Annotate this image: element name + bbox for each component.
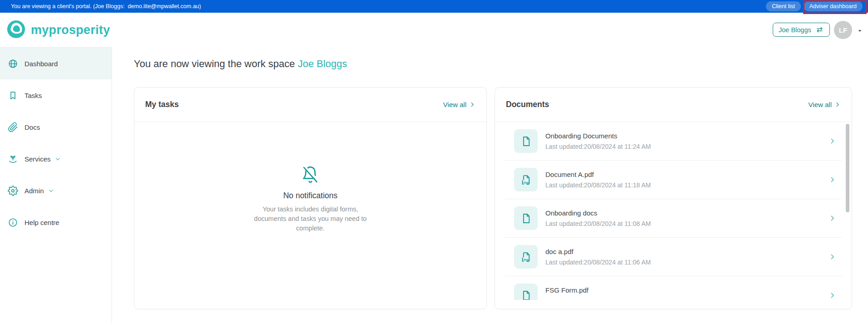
globe-icon — [8, 59, 18, 69]
document-icon — [514, 206, 538, 230]
bell-off-icon — [301, 166, 319, 184]
chevron-down-icon — [48, 187, 54, 194]
document-name: FSG Form.pdf — [545, 286, 588, 294]
pdf-icon — [514, 168, 538, 191]
sidebar-item-label: Dashboard — [25, 60, 58, 68]
info-icon — [8, 217, 18, 228]
sidebar-item[interactable]: Services — [0, 143, 112, 175]
sidebar-item[interactable]: Help centre — [0, 206, 112, 238]
chevron-right-icon — [469, 101, 476, 108]
chevron-right-icon — [834, 101, 841, 108]
paperclip-icon — [8, 122, 18, 132]
chevron-right-icon — [828, 137, 836, 145]
workspace-switcher-button[interactable]: Joe Bloggs — [773, 23, 830, 37]
document-last-updated: Last updated:20/08/2024 at 11:06 AM — [545, 259, 651, 266]
chevron-right-icon — [828, 214, 836, 222]
document-row-texts: doc a.pdf Last updated:20/08/2024 at 11:… — [545, 248, 651, 266]
impersonation-bar: You are viewing a client's portal. (Joe … — [0, 0, 868, 13]
sidebar-item[interactable]: Tasks — [0, 79, 112, 111]
impersonation-message: You are viewing a client's portal. (Joe … — [11, 0, 201, 13]
page-title: You are now viewing the work space Joe B… — [134, 58, 347, 70]
sidebar-item-label: Help centre — [25, 219, 59, 226]
chevron-right-icon — [828, 176, 836, 184]
empty-state-description: Your tasks includes digital forms, docum… — [251, 205, 370, 233]
chevron-right-icon — [828, 291, 836, 299]
empty-state-title: No notifications — [134, 191, 486, 201]
document-last-updated: Last updated:20/08/2024 at 11:24 AM — [545, 143, 651, 151]
view-all-label: View all — [809, 101, 832, 108]
chevron-right-icon — [828, 253, 836, 261]
profile-caret-down-icon[interactable] — [857, 28, 863, 36]
page-title-text: You are now viewing the work space — [134, 58, 298, 69]
workspace-name-link[interactable]: Joe Bloggs — [298, 58, 347, 69]
adviser-dashboard-button[interactable]: Adviser dashboard — [804, 1, 863, 11]
document-row[interactable]: Onboarding Documents Last updated:20/08/… — [505, 122, 842, 161]
app-header: myprosperity Joe Bloggs LF — [0, 13, 868, 47]
gear-icon — [8, 186, 18, 196]
sprout-icon — [8, 154, 18, 164]
brand-logo[interactable]: myprosperity — [7, 20, 110, 40]
document-last-updated: Last updated:20/08/2024 at 11:18 AM — [545, 181, 651, 189]
brand-name: myprosperity — [31, 23, 110, 37]
sidebar-item[interactable]: Dashboard — [0, 48, 112, 79]
bookmark-icon — [8, 90, 18, 101]
document-name: Onboarding Documents — [545, 132, 651, 140]
my-tasks-card-header: My tasks View all — [134, 88, 486, 122]
document-row-texts: Onboarding Documents Last updated:20/08/… — [545, 132, 651, 151]
document-row-texts: Document A.pdf Last updated:20/08/2024 a… — [545, 171, 651, 189]
sidebar-item-label: Docs — [25, 123, 40, 131]
sidebar-item-label: Services — [25, 155, 51, 163]
document-last-updated: Last updated:20/08/2024 at 11:08 AM — [545, 220, 651, 228]
document-row[interactable]: FSG Form.pdf — [505, 276, 842, 300]
my-tasks-title: My tasks — [145, 100, 179, 109]
avatar[interactable]: LF — [834, 21, 852, 39]
chevron-down-icon — [54, 156, 61, 162]
documents-scrollbar-thumb[interactable] — [846, 124, 849, 212]
document-name: doc a.pdf — [545, 248, 651, 255]
documents-card: Documents View all Onboarding Documents … — [495, 87, 852, 309]
workspace-switcher-label: Joe Bloggs — [779, 26, 811, 34]
documents-title: Documents — [506, 100, 549, 109]
swap-icon — [815, 25, 824, 34]
sidebar: Dashboard Tasks Docs Services — [0, 47, 112, 323]
documents-list: Onboarding Documents Last updated:20/08/… — [495, 122, 852, 300]
documents-card-header: Documents View all — [495, 88, 852, 122]
pdf-icon — [514, 245, 538, 269]
document-name: Onboarding docs — [545, 209, 651, 217]
sidebar-item-label: Tasks — [25, 92, 42, 99]
sidebar-item[interactable]: Docs — [0, 111, 112, 143]
no-notifications-empty-state: No notifications Your tasks includes dig… — [134, 122, 486, 233]
view-all-label: View all — [443, 101, 466, 108]
my-tasks-card: My tasks View all No notifications Your … — [134, 87, 487, 309]
document-row[interactable]: Onboarding docs Last updated:20/08/2024 … — [505, 199, 842, 238]
main-content: You are now viewing the work space Joe B… — [112, 47, 868, 323]
document-row[interactable]: doc a.pdf Last updated:20/08/2024 at 11:… — [505, 238, 842, 276]
document-row-texts: FSG Form.pdf — [545, 286, 588, 300]
client-list-button[interactable]: Client list — [766, 1, 801, 11]
document-row[interactable]: Document A.pdf Last updated:20/08/2024 a… — [505, 161, 842, 199]
document-icon — [514, 129, 538, 153]
sidebar-item[interactable]: Admin — [0, 175, 112, 206]
document-name: Document A.pdf — [545, 171, 651, 178]
my-tasks-view-all-link[interactable]: View all — [443, 101, 476, 108]
documents-view-all-link[interactable]: View all — [809, 101, 841, 108]
document-row-texts: Onboarding docs Last updated:20/08/2024 … — [545, 209, 651, 228]
sidebar-item-label: Admin — [25, 187, 44, 195]
document-last-updated — [545, 297, 588, 300]
document-icon — [514, 284, 538, 300]
myprosperity-logo-icon — [7, 20, 25, 40]
